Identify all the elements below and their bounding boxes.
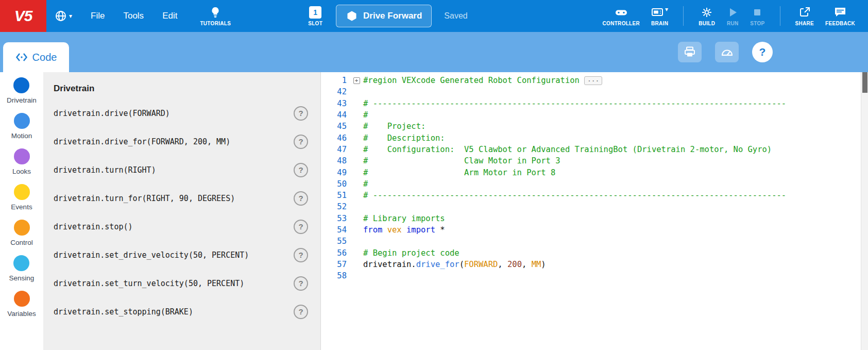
code-editor[interactable]: 1+#region VEXcode Generated Robot Config… bbox=[320, 72, 868, 350]
toolbar-divider bbox=[780, 6, 780, 26]
share-icon bbox=[798, 6, 811, 19]
command-help-icon[interactable]: ? bbox=[294, 248, 308, 262]
code-token bbox=[382, 225, 387, 235]
sidebar-item-control[interactable]: Control bbox=[10, 220, 33, 246]
code-text: drivetrain.drive_for(FORWARD, 200, MM) bbox=[363, 260, 546, 269]
command-help-icon[interactable]: ? bbox=[294, 276, 308, 291]
line-number: 43 bbox=[321, 99, 350, 108]
tab-code[interactable]: Code bbox=[3, 42, 69, 72]
category-label: Control bbox=[10, 239, 33, 246]
category-color-dot bbox=[14, 291, 30, 307]
category-color-dot bbox=[14, 148, 30, 164]
project-name-button[interactable]: Drive Forward bbox=[336, 5, 432, 27]
vexcode-logo[interactable]: V5 bbox=[0, 0, 46, 32]
line-number: 55 bbox=[321, 237, 350, 246]
category-color-dot bbox=[13, 77, 29, 93]
run-button[interactable]: RUN bbox=[726, 6, 739, 26]
code-tab-label: Code bbox=[32, 52, 57, 63]
code-text: # Claw Motor in Port 3 bbox=[363, 156, 560, 165]
scrollbar-thumb[interactable] bbox=[862, 72, 867, 93]
help-button[interactable]: ? bbox=[752, 42, 773, 62]
build-button[interactable]: BUILD bbox=[699, 6, 715, 26]
sidebar-item-looks[interactable]: Looks bbox=[12, 148, 31, 175]
printer-icon bbox=[684, 46, 696, 58]
command-help-icon[interactable]: ? bbox=[294, 106, 308, 121]
code-token: MM bbox=[532, 260, 541, 269]
command-row[interactable]: drivetrain.drive(FORWARD)? bbox=[54, 99, 308, 127]
slot-button[interactable]: 1 SLOT bbox=[308, 6, 322, 26]
editor-line: 46# Description: bbox=[321, 132, 868, 143]
code-token: ( bbox=[459, 260, 464, 269]
code-token: # --------------------------------------… bbox=[363, 99, 786, 108]
command-row[interactable]: drivetrain.set_turn_velocity(50, PERCENT… bbox=[54, 269, 308, 297]
command-row[interactable]: drivetrain.set_stopping(BRAKE)? bbox=[54, 297, 308, 326]
code-text: # bbox=[363, 110, 368, 120]
command-help-icon[interactable]: ? bbox=[294, 305, 308, 319]
tabbar-actions: ? bbox=[678, 42, 773, 62]
folded-region-ellipsis[interactable]: ··· bbox=[584, 76, 602, 85]
command-help-icon[interactable]: ? bbox=[294, 191, 308, 206]
command-row[interactable]: drivetrain.drive_for(FORWARD, 200, MM)? bbox=[54, 127, 308, 156]
line-number: 58 bbox=[321, 271, 350, 280]
share-button[interactable]: SHARE bbox=[795, 6, 814, 26]
main-area: DrivetrainMotionLooksEventsControlSensin… bbox=[0, 72, 868, 350]
code-token: # Description: bbox=[363, 134, 445, 143]
code-token: # bbox=[363, 110, 368, 120]
chevron-down-icon[interactable]: ▾ bbox=[665, 6, 668, 12]
line-number: 46 bbox=[321, 134, 350, 143]
menu-edit[interactable]: Edit bbox=[162, 11, 177, 21]
command-text: drivetrain.turn_for(RIGHT, 90, DEGREES) bbox=[54, 194, 235, 203]
brain-label: BRAIN bbox=[651, 21, 668, 26]
feedback-button[interactable]: FEEDBACK bbox=[825, 6, 855, 26]
editor-line: 43# ------------------------------------… bbox=[321, 98, 868, 109]
code-token: , bbox=[498, 260, 507, 269]
dashboard-button[interactable] bbox=[715, 42, 739, 62]
editor-line: 52 bbox=[321, 201, 868, 212]
command-row[interactable]: drivetrain.turn(RIGHT)? bbox=[54, 156, 308, 184]
stop-button[interactable]: STOP bbox=[750, 6, 764, 26]
category-label: Looks bbox=[12, 168, 31, 175]
sidebar-item-drivetrain[interactable]: Drivetrain bbox=[7, 77, 37, 104]
code-token: # Begin project code bbox=[363, 248, 459, 258]
category-color-dot bbox=[13, 255, 29, 271]
command-row[interactable]: drivetrain.set_drive_velocity(50, PERCEN… bbox=[54, 241, 308, 269]
editor-line: 50# bbox=[321, 178, 868, 190]
command-help-icon[interactable]: ? bbox=[294, 163, 308, 177]
menu-file[interactable]: File bbox=[91, 11, 105, 21]
command-help-icon[interactable]: ? bbox=[294, 220, 308, 234]
editor-line: 56# Begin project code bbox=[321, 247, 868, 258]
code-token: drive_for bbox=[416, 260, 459, 269]
code-token: FORWARD bbox=[464, 260, 498, 269]
command-text: drivetrain.drive(FORWARD) bbox=[54, 109, 170, 118]
command-text: drivetrain.set_turn_velocity(50, PERCENT… bbox=[54, 279, 244, 288]
toolbar-right-group: CONTROLLER ▾ BRAIN BUILD bbox=[597, 6, 868, 26]
sidebar-item-motion[interactable]: Motion bbox=[11, 113, 32, 140]
code-text: # Arm Motor in Port 8 bbox=[363, 168, 555, 177]
line-number: 53 bbox=[321, 214, 350, 223]
globe-icon bbox=[55, 10, 67, 22]
sidebar-item-sensing[interactable]: Sensing bbox=[9, 255, 35, 282]
command-row[interactable]: drivetrain.stop()? bbox=[54, 212, 308, 241]
brain-button[interactable]: ▾ BRAIN bbox=[651, 6, 668, 26]
category-color-dot bbox=[14, 220, 30, 236]
fold-gutter: + bbox=[350, 77, 363, 84]
command-list: drivetrain.drive(FORWARD)?drivetrain.dri… bbox=[54, 99, 308, 326]
print-button[interactable] bbox=[678, 42, 702, 62]
sidebar-item-variables[interactable]: Variables bbox=[7, 291, 36, 318]
tutorials-button[interactable]: TUTORIALS bbox=[200, 6, 231, 26]
code-token: #region VEXcode Generated Robot Configur… bbox=[363, 76, 580, 85]
fold-expand-icon[interactable]: + bbox=[353, 77, 360, 84]
save-status: Saved bbox=[444, 11, 467, 21]
play-icon bbox=[726, 6, 739, 19]
menu-tools[interactable]: Tools bbox=[123, 11, 144, 21]
controller-button[interactable]: CONTROLLER bbox=[603, 6, 640, 26]
stop-icon bbox=[751, 6, 763, 19]
language-menu[interactable]: ▾ bbox=[55, 10, 72, 22]
editor-scrollbar[interactable] bbox=[861, 72, 868, 350]
slot-number-icon: 1 bbox=[309, 6, 321, 19]
command-row[interactable]: drivetrain.turn_for(RIGHT, 90, DEGREES)? bbox=[54, 184, 308, 212]
command-help-icon[interactable]: ? bbox=[294, 135, 308, 149]
sidebar-item-events[interactable]: Events bbox=[11, 184, 32, 211]
code-text: from vex import * bbox=[363, 225, 445, 235]
code-token: from bbox=[363, 225, 382, 235]
